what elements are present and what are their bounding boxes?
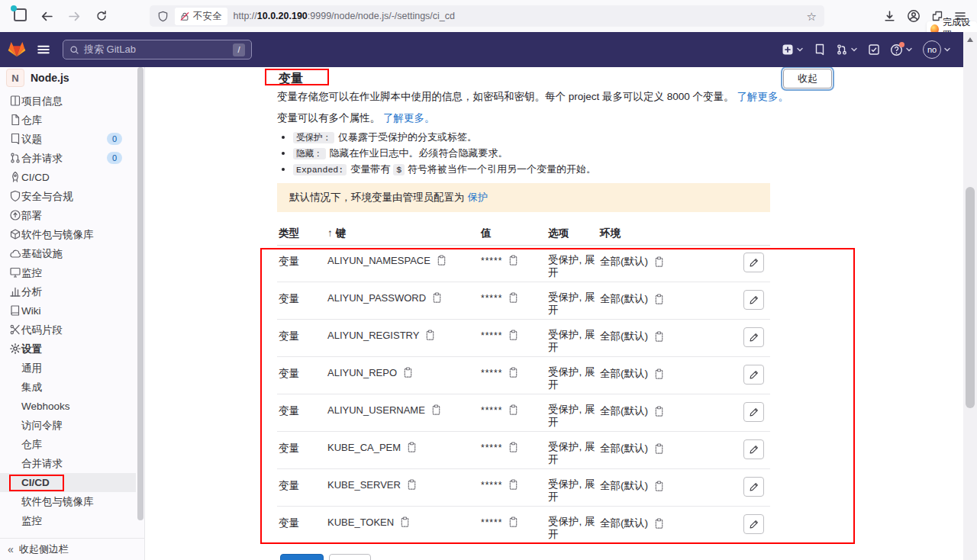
copy-key-icon[interactable] <box>431 292 443 304</box>
sidebar-subitem-integrations[interactable]: 集成 <box>0 378 136 397</box>
reveal-values-button[interactable] <box>329 554 371 560</box>
todo-icon <box>868 43 880 56</box>
reload-button[interactable] <box>90 5 113 27</box>
page-scrollbar[interactable] <box>963 32 977 560</box>
sidebar-item-repository[interactable]: 仓库 <box>0 111 136 130</box>
edit-variable-button[interactable] <box>743 514 764 534</box>
account-icon[interactable] <box>907 9 921 23</box>
copy-value-icon[interactable] <box>508 367 519 378</box>
col-key-sortable[interactable]: ↑键 <box>327 227 346 240</box>
sidebar-item-cicd[interactable]: CI/CD <box>0 168 136 187</box>
copy-key-icon[interactable] <box>402 367 414 378</box>
package-icon <box>9 228 21 240</box>
back-button[interactable] <box>35 5 58 27</box>
sidebar-item-monitor[interactable]: 监控 <box>0 263 136 282</box>
copy-env-icon[interactable] <box>653 294 665 305</box>
issues-button[interactable] <box>814 43 826 56</box>
protected-link[interactable]: 保护 <box>468 191 488 204</box>
sidebar-subitem-repository[interactable]: 仓库 <box>0 435 136 454</box>
url-bar[interactable]: 不安全 http://10.0.20.190:9999/node/node.js… <box>150 5 824 27</box>
sidebar-item-merge-requests[interactable]: 合并请求 0 <box>0 149 136 168</box>
learn-more-link-2[interactable]: 了解更多。 <box>383 112 435 124</box>
learn-more-link-1[interactable]: 了解更多。 <box>737 91 789 102</box>
copy-env-icon[interactable] <box>653 256 665 268</box>
sidebar-item-deployments[interactable]: 部署 <box>0 206 136 225</box>
collapse-sidebar-button[interactable]: « 收起侧边栏 <box>0 538 144 560</box>
edit-variable-button[interactable] <box>743 365 764 385</box>
sidebar-subitem-monitor[interactable]: 监控 <box>0 511 136 530</box>
copy-value-icon[interactable] <box>508 404 519 416</box>
copy-value-icon[interactable] <box>508 442 519 453</box>
new-menu-button[interactable] <box>782 43 804 56</box>
merge-requests-button[interactable] <box>836 43 858 56</box>
copy-env-icon[interactable] <box>653 331 665 343</box>
copy-value-icon[interactable] <box>508 330 519 341</box>
sidebar-item-security[interactable]: 安全与合规 <box>0 187 136 206</box>
sidebar-item-packages[interactable]: 软件包与镜像库 <box>0 225 136 244</box>
edit-variable-button[interactable] <box>743 402 764 422</box>
sidebar-subitem-cicd[interactable]: CI/CD <box>0 473 136 492</box>
sidebar-item-snippets[interactable]: 代码片段 <box>0 320 136 340</box>
shield-permissions-icon[interactable] <box>157 11 169 22</box>
sidebar-item-wiki[interactable]: Wiki <box>0 301 136 320</box>
mr-count-badge: 0 <box>107 152 122 164</box>
user-menu-button[interactable]: no <box>923 40 951 59</box>
collapse-section-button[interactable]: 收起 <box>783 69 832 89</box>
var-value-masked: ***** <box>481 480 502 491</box>
copy-env-icon[interactable] <box>653 518 665 529</box>
copy-key-icon[interactable] <box>406 442 418 453</box>
bookmark-star-icon[interactable]: ☆ <box>807 11 817 22</box>
pencil-icon <box>749 519 759 529</box>
copy-key-icon[interactable] <box>436 255 447 266</box>
navbar-menu-icon[interactable] <box>37 43 50 56</box>
gitlab-logo-icon[interactable] <box>8 41 26 58</box>
sidebar-subitem-merge-requests[interactable]: 合并请求 <box>0 454 136 473</box>
project-header[interactable]: N Node.js <box>0 67 136 90</box>
sidebar-item-project-info[interactable]: 项目信息 <box>0 92 136 111</box>
sidebar-item-settings[interactable]: 设置 <box>0 340 136 359</box>
col-environments: 环境 <box>600 227 621 240</box>
sidebar-item-infrastructure[interactable]: 基础设施 <box>0 244 136 263</box>
extensions-icon[interactable] <box>931 10 943 22</box>
copy-key-icon[interactable] <box>430 404 442 416</box>
copy-key-icon[interactable] <box>406 479 418 491</box>
copy-value-icon[interactable] <box>508 517 519 528</box>
copy-env-icon[interactable] <box>653 443 665 455</box>
copy-env-icon[interactable] <box>653 481 665 492</box>
sidebar-subitem-webhooks[interactable]: Webhooks <box>0 397 136 416</box>
copy-key-icon[interactable] <box>399 517 411 528</box>
copy-env-icon[interactable] <box>653 406 665 417</box>
forward-button[interactable] <box>63 5 85 27</box>
edit-variable-button[interactable] <box>743 477 764 497</box>
edit-variable-button[interactable] <box>743 290 764 310</box>
sidebar-subitem-access-tokens[interactable]: 访问令牌 <box>0 416 136 435</box>
downloads-icon[interactable] <box>883 10 896 23</box>
pencil-icon <box>749 407 759 417</box>
scroll-up-arrow-icon[interactable] <box>967 37 973 42</box>
copy-value-icon[interactable] <box>508 255 519 266</box>
sidebar-subitem-general[interactable]: 通用 <box>0 359 136 378</box>
copy-value-icon[interactable] <box>508 479 519 491</box>
todos-button[interactable] <box>868 43 880 56</box>
sidebar-scrollbar-thumb[interactable] <box>137 67 143 520</box>
scrollbar-thumb[interactable] <box>966 187 975 408</box>
edit-variable-button[interactable] <box>743 439 764 459</box>
edit-variable-button[interactable] <box>743 253 764 272</box>
add-variable-button[interactable] <box>280 554 324 560</box>
copy-value-icon[interactable] <box>508 292 519 304</box>
copy-env-icon[interactable] <box>653 369 665 380</box>
variables-table-header: 类型 ↑键 值 选项 环境 <box>277 221 770 246</box>
var-key: KUBE_CA_PEM <box>327 442 401 453</box>
sidebar-item-issues[interactable]: 议题 0 <box>0 130 136 149</box>
edit-variable-button[interactable] <box>743 327 764 347</box>
help-button[interactable] <box>890 43 913 56</box>
tab-indicator-icon[interactable] <box>14 8 27 21</box>
var-value-masked: ***** <box>481 405 502 416</box>
col-value: 值 <box>481 227 492 240</box>
sidebar-subitem-packages[interactable]: 软件包与镜像库 <box>0 492 136 511</box>
search-input[interactable]: 搜索 GitLab / <box>63 40 252 60</box>
security-badge[interactable]: 不安全 <box>175 8 227 25</box>
sidebar-item-analytics[interactable]: 分析 <box>0 282 136 301</box>
table-row: 变量 ALIYUN_NAMESPACE ***** 受保护, 展开 全部(默认) <box>277 245 770 282</box>
copy-key-icon[interactable] <box>424 330 436 341</box>
